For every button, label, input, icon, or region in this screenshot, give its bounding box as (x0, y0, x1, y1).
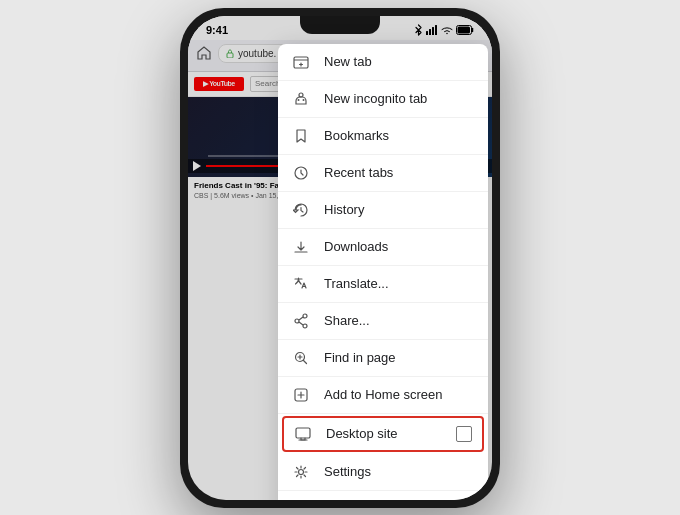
new-tab-icon (292, 53, 310, 71)
menu-item-desktop-site[interactable]: Desktop site (282, 416, 484, 452)
history-label: History (324, 202, 474, 217)
incognito-icon (292, 90, 310, 108)
history-icon (292, 201, 310, 219)
menu-item-history[interactable]: History (278, 192, 488, 229)
translate-icon (292, 275, 310, 293)
add-to-home-label: Add to Home screen (324, 387, 474, 402)
menu-item-share[interactable]: Share... (278, 303, 488, 340)
menu-item-help-feedback[interactable]: Help & feedback (278, 491, 488, 500)
menu-item-add-to-home[interactable]: Add to Home screen (278, 377, 488, 414)
phone-frame: 9:41 (180, 8, 500, 508)
share-label: Share... (324, 313, 474, 328)
bookmarks-icon (292, 127, 310, 145)
downloads-icon (292, 238, 310, 256)
svg-point-11 (298, 99, 300, 101)
add-home-icon (292, 386, 310, 404)
svg-point-10 (299, 93, 303, 97)
menu-item-bookmarks[interactable]: Bookmarks (278, 118, 488, 155)
phone-screen: 9:41 (188, 16, 492, 500)
desktop-icon (294, 425, 312, 443)
svg-point-14 (303, 314, 307, 318)
svg-point-20 (299, 469, 304, 474)
menu-item-settings[interactable]: Settings (278, 454, 488, 491)
incognito-label: New incognito tab (324, 91, 474, 106)
dropdown-menu: New tab New incognito tab (278, 44, 488, 500)
menu-item-find-in-page[interactable]: Find in page (278, 340, 488, 377)
desktop-site-label: Desktop site (326, 426, 442, 441)
recent-tabs-icon (292, 164, 310, 182)
svg-point-16 (295, 319, 299, 323)
menu-item-recent-tabs[interactable]: Recent tabs (278, 155, 488, 192)
svg-rect-19 (296, 428, 310, 438)
recent-tabs-label: Recent tabs (324, 165, 474, 180)
svg-point-12 (303, 99, 305, 101)
bookmarks-label: Bookmarks (324, 128, 474, 143)
menu-item-downloads[interactable]: Downloads (278, 229, 488, 266)
menu-item-translate[interactable]: Translate... (278, 266, 488, 303)
settings-label: Settings (324, 464, 474, 479)
desktop-site-checkbox[interactable] (456, 426, 472, 442)
find-icon (292, 349, 310, 367)
settings-icon (292, 463, 310, 481)
menu-item-new-incognito[interactable]: New incognito tab (278, 81, 488, 118)
menu-item-new-tab[interactable]: New tab (278, 44, 488, 81)
new-tab-label: New tab (324, 54, 474, 69)
svg-point-15 (303, 324, 307, 328)
dropdown-overlay: New tab New incognito tab (188, 16, 492, 500)
find-in-page-label: Find in page (324, 350, 474, 365)
downloads-label: Downloads (324, 239, 474, 254)
translate-label: Translate... (324, 276, 474, 291)
share-icon (292, 312, 310, 330)
